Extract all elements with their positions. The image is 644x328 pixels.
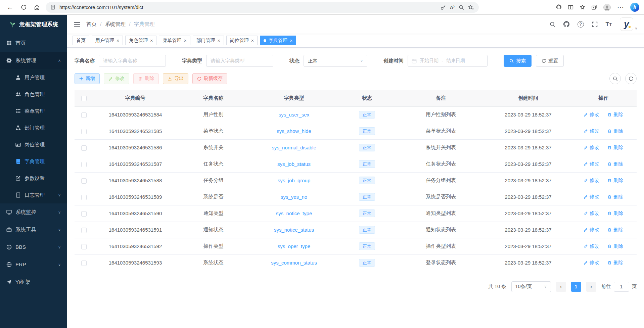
sidebar-item-post-management[interactable]: 岗位管理 xyxy=(0,136,67,153)
row-edit-button[interactable]: 修改 xyxy=(584,243,599,249)
bing-chat-icon[interactable]: b xyxy=(630,3,639,12)
row-edit-button[interactable]: 修改 xyxy=(584,177,599,184)
row-delete-button[interactable]: 删除 xyxy=(607,210,623,217)
row-checkbox[interactable] xyxy=(81,261,87,266)
row-delete-button[interactable]: 删除 xyxy=(607,227,623,233)
row-checkbox[interactable] xyxy=(81,162,87,167)
row-delete-button[interactable]: 删除 xyxy=(607,194,623,200)
row-dict-type-link[interactable]: sys_common_status xyxy=(271,260,317,266)
fullscreen-icon[interactable] xyxy=(592,21,598,27)
browser-menu-icon[interactable]: ⋯ xyxy=(617,3,624,11)
row-delete-button[interactable]: 删除 xyxy=(607,128,623,134)
zoom-out-icon[interactable] xyxy=(459,5,464,10)
sidebar-item-user-management[interactable]: 用户管理 xyxy=(0,69,67,86)
sidebar-item-bbs[interactable]: BBS ∨ xyxy=(0,238,67,256)
site-info-icon[interactable] xyxy=(50,5,55,10)
dict-name-input[interactable] xyxy=(99,55,166,67)
row-dict-type-link[interactable]: sys_job_group xyxy=(278,178,311,183)
export-button[interactable]: 导出 xyxy=(163,73,188,84)
tab-menu-management[interactable]: 菜单管理× xyxy=(159,36,190,45)
sidebar-item-yi-framework[interactable]: Yi框架 xyxy=(0,273,67,291)
sidebar-toggle-icon[interactable] xyxy=(74,21,80,27)
row-edit-button[interactable]: 修改 xyxy=(584,128,599,134)
refresh-table-button[interactable] xyxy=(625,73,637,84)
show-search-toggle[interactable] xyxy=(609,73,621,84)
search-button[interactable]: 搜索 xyxy=(504,55,532,67)
tab-role-management[interactable]: 角色管理× xyxy=(125,36,156,45)
read-aloud-icon[interactable]: A⁾ xyxy=(450,5,455,10)
close-icon[interactable]: × xyxy=(218,38,220,43)
dict-type-input[interactable] xyxy=(206,55,273,67)
collections-icon[interactable] xyxy=(591,4,597,10)
browser-back-button[interactable]: ← xyxy=(4,1,16,13)
close-icon[interactable]: × xyxy=(290,38,292,43)
sidebar-item-dept-management[interactable]: 部门管理 xyxy=(0,120,67,136)
row-checkbox[interactable] xyxy=(81,129,87,134)
header-search-icon[interactable] xyxy=(550,21,555,27)
row-dict-type-link[interactable]: sys_yes_no xyxy=(281,194,307,200)
page-size-select[interactable]: 10条/页 ∨ xyxy=(511,281,551,292)
close-icon[interactable]: × xyxy=(251,38,254,43)
tab-dict-management[interactable]: 字典管理× xyxy=(260,36,296,45)
row-edit-button[interactable]: 修改 xyxy=(584,111,599,118)
row-checkbox[interactable] xyxy=(81,211,87,217)
row-checkbox[interactable] xyxy=(81,195,87,200)
browser-home-button[interactable] xyxy=(31,1,43,13)
next-page-button[interactable]: › xyxy=(586,282,596,292)
date-range-picker[interactable]: 开始日期 - 结束日期 xyxy=(408,55,488,67)
add-button[interactable]: 新增 xyxy=(75,73,100,84)
sidebar-item-log-management[interactable]: 日志管理 ∨ xyxy=(0,187,67,203)
row-delete-button[interactable]: 删除 xyxy=(607,177,623,184)
row-checkbox[interactable] xyxy=(81,244,87,249)
edit-button[interactable]: 修改 xyxy=(104,73,129,84)
sidebar-item-system-management[interactable]: 系统管理 ∧ xyxy=(0,52,67,69)
close-icon[interactable]: × xyxy=(117,38,119,43)
help-icon[interactable]: ? xyxy=(578,21,584,28)
sidebar-item-erp[interactable]: ERP ∨ xyxy=(0,256,67,273)
row-edit-button[interactable]: 修改 xyxy=(584,144,599,151)
row-edit-button[interactable]: 修改 xyxy=(584,194,599,200)
row-dict-type-link[interactable]: sys_notice_status xyxy=(274,227,314,233)
prev-page-button[interactable]: ‹ xyxy=(556,282,566,292)
row-delete-button[interactable]: 删除 xyxy=(607,111,623,118)
reset-button[interactable]: 重置 xyxy=(536,55,564,67)
row-edit-button[interactable]: 修改 xyxy=(584,210,599,217)
delete-button[interactable]: 删除 xyxy=(133,73,159,84)
select-all-checkbox[interactable] xyxy=(81,96,87,101)
row-checkbox[interactable] xyxy=(81,178,87,184)
row-delete-button[interactable]: 删除 xyxy=(607,161,623,167)
sidebar-item-dict-management[interactable]: 字典管理 xyxy=(0,153,67,170)
sidebar-item-system-tools[interactable]: 系统工具 ∨ xyxy=(0,221,67,238)
sidebar-item-home[interactable]: 首页 xyxy=(0,34,67,52)
row-edit-button[interactable]: 修改 xyxy=(584,260,599,266)
tab-home[interactable]: 首页 xyxy=(73,36,89,45)
row-dict-type-link[interactable]: sys_user_sex xyxy=(279,112,310,118)
font-size-icon[interactable]: TT xyxy=(606,21,612,27)
github-icon[interactable] xyxy=(563,21,569,27)
close-icon[interactable]: × xyxy=(184,38,186,43)
tab-dept-management[interactable]: 部门管理× xyxy=(193,36,224,45)
sidebar-item-system-monitor[interactable]: 系统监控 ∨ xyxy=(0,203,67,221)
row-edit-button[interactable]: 修改 xyxy=(584,161,599,167)
extensions-icon[interactable] xyxy=(556,4,562,10)
row-dict-type-link[interactable]: sys_oper_type xyxy=(278,243,311,249)
row-dict-type-link[interactable]: sys_notice_type xyxy=(276,210,312,216)
breadcrumb-home[interactable]: 首页 xyxy=(86,21,97,28)
browser-refresh-button[interactable] xyxy=(17,1,30,13)
refresh-cache-button[interactable]: 刷新缓存 xyxy=(192,73,227,84)
breadcrumb-system[interactable]: 系统管理 xyxy=(105,21,126,28)
goto-page-input[interactable] xyxy=(614,282,629,292)
sidebar-item-role-management[interactable]: 角色管理 xyxy=(0,86,67,103)
row-delete-button[interactable]: 删除 xyxy=(607,144,623,151)
add-favorite-icon[interactable] xyxy=(468,5,474,10)
sidebar-item-param-settings[interactable]: 参数设置 xyxy=(0,170,67,187)
row-dict-type-link[interactable]: sys_job_status xyxy=(277,161,311,167)
close-icon[interactable]: × xyxy=(150,38,153,43)
row-edit-button[interactable]: 修改 xyxy=(584,227,599,233)
row-checkbox[interactable] xyxy=(81,228,87,233)
tab-user-management[interactable]: 用户管理× xyxy=(92,36,123,45)
page-number-button[interactable]: 1 xyxy=(571,282,581,292)
row-dict-type-link[interactable]: sys_show_hide xyxy=(277,128,311,134)
user-avatar-menu[interactable]: y ∨ xyxy=(620,17,637,31)
row-delete-button[interactable]: 删除 xyxy=(607,243,623,249)
